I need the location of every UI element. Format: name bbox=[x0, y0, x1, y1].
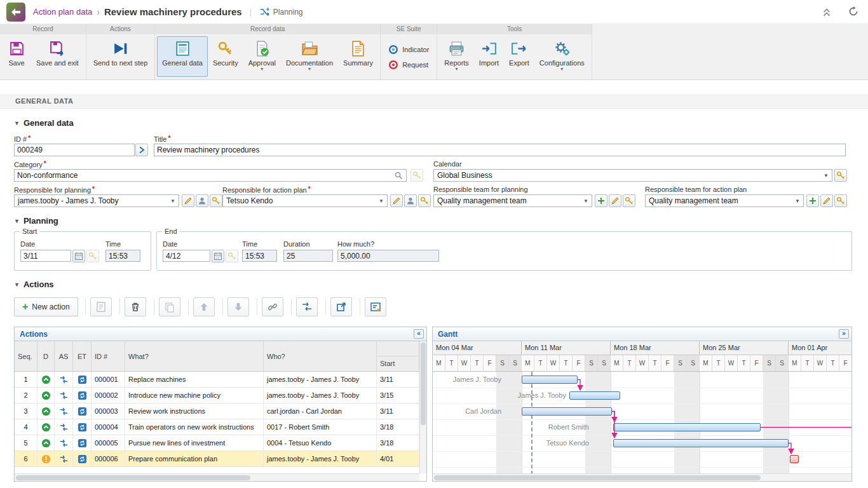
end-date-input[interactable] bbox=[163, 250, 210, 262]
action-structure-icon[interactable] bbox=[55, 403, 73, 419]
calendar-select[interactable]: Global Business▼ bbox=[433, 169, 832, 182]
ribbon-button-approval[interactable]: Approval ▾ bbox=[243, 36, 281, 77]
resp-planning-user-button[interactable] bbox=[196, 194, 208, 207]
calendar-security-button[interactable] bbox=[834, 169, 847, 182]
ribbon-button-summary[interactable]: Summary bbox=[338, 36, 378, 77]
gantt-bar-label: James J. Tooby bbox=[433, 376, 501, 384]
delete-button[interactable] bbox=[125, 297, 146, 316]
column-header-start[interactable]: Start bbox=[377, 341, 419, 371]
category-input[interactable] bbox=[14, 169, 407, 182]
column-header-id[interactable]: ID # bbox=[92, 341, 125, 371]
actions-vertical-scrollbar[interactable] bbox=[419, 341, 426, 473]
action-structure-icon[interactable] bbox=[55, 388, 73, 403]
resp-planning-edit-button[interactable] bbox=[182, 194, 194, 207]
gantt-options-button[interactable] bbox=[365, 297, 386, 316]
ribbon-button-documentation[interactable]: Documentation ▾ bbox=[281, 36, 338, 77]
gantt-bar[interactable] bbox=[522, 376, 578, 384]
resp-planning-select[interactable]: james.tooby - James J. Tooby▼ bbox=[14, 194, 179, 207]
title-input[interactable] bbox=[154, 144, 846, 156]
resp-action-plan-security-button[interactable] bbox=[418, 194, 431, 207]
resp-action-plan-select[interactable]: Tetsuo Kendo▼ bbox=[222, 194, 388, 207]
column-header-et[interactable]: ET bbox=[73, 341, 92, 371]
gantt-bar[interactable] bbox=[613, 423, 761, 431]
team-action-plan-add-button[interactable] bbox=[806, 194, 819, 207]
execution-type-icon[interactable] bbox=[73, 419, 92, 435]
associate-button[interactable] bbox=[262, 297, 283, 316]
action-row[interactable]: 1 000001 Replace machines james.tooby - … bbox=[15, 372, 419, 388]
reassign-button[interactable] bbox=[296, 297, 318, 316]
ribbon-button-save[interactable]: Save bbox=[2, 36, 31, 77]
team-action-plan-security-button[interactable] bbox=[834, 194, 847, 207]
collapse-actions-panel-button[interactable]: « bbox=[414, 329, 424, 339]
actions-horizontal-scrollbar[interactable] bbox=[15, 473, 419, 481]
column-header-d[interactable]: D bbox=[37, 341, 55, 371]
gantt-viewport: Mon 04 MarMon 11 MarMon 18 MarMon 25 Mar… bbox=[433, 341, 851, 475]
gantt-horizontal-scrollbar[interactable] bbox=[433, 473, 851, 481]
column-header-who[interactable]: Who? bbox=[264, 341, 377, 371]
team-action-plan-edit-button[interactable] bbox=[820, 194, 833, 207]
start-time-label: Time bbox=[105, 240, 121, 248]
execution-type-icon[interactable] bbox=[73, 435, 92, 451]
action-structure-icon[interactable] bbox=[55, 419, 73, 435]
refresh-button[interactable] bbox=[848, 6, 859, 17]
search-icon[interactable] bbox=[394, 171, 403, 180]
end-date-calendar-button[interactable] bbox=[212, 250, 224, 262]
status-on-schedule-icon bbox=[37, 419, 55, 435]
resp-action-plan-user-button[interactable] bbox=[404, 194, 417, 207]
execution-type-icon[interactable] bbox=[73, 388, 92, 403]
id-open-button[interactable] bbox=[135, 144, 148, 156]
action-row[interactable]: 2 000002 Introduce new machine policy ja… bbox=[15, 388, 419, 403]
ribbon-button-security[interactable]: Security bbox=[208, 36, 243, 77]
start-date-calendar-button[interactable] bbox=[72, 250, 85, 262]
ribbon-button-export[interactable]: Export bbox=[504, 36, 534, 77]
open-action-button[interactable] bbox=[330, 297, 352, 316]
ribbon-button-send-to-next-step[interactable]: Send to next step bbox=[88, 36, 153, 77]
expand-gantt-panel-button[interactable]: » bbox=[839, 329, 849, 339]
duration-input[interactable] bbox=[283, 250, 333, 262]
section-toggle-planning[interactable]: ▼Planning bbox=[14, 216, 58, 226]
team-planning-edit-button[interactable] bbox=[609, 194, 621, 207]
action-row[interactable]: 3 000003 Review work instructions carl.j… bbox=[15, 403, 419, 419]
execution-type-icon[interactable] bbox=[73, 451, 92, 466]
collapse-ribbon-button[interactable] bbox=[821, 6, 832, 17]
ribbon-button-save-and-exit[interactable]: Save and exit bbox=[31, 36, 84, 77]
column-header-what[interactable]: What? bbox=[125, 341, 264, 371]
start-date-input[interactable] bbox=[20, 250, 71, 262]
team-planning-select[interactable]: Quality management team▼ bbox=[433, 194, 592, 207]
start-time-input[interactable] bbox=[105, 250, 140, 262]
resp-planning-security-button[interactable] bbox=[210, 194, 222, 207]
ribbon-button-configurations[interactable]: Configurations ▾ bbox=[534, 36, 590, 77]
action-structure-icon[interactable] bbox=[55, 372, 73, 387]
team-planning-add-button[interactable] bbox=[595, 194, 607, 207]
action-row[interactable]: 6 000006 Prepare communication plan jame… bbox=[15, 451, 419, 467]
gantt-bar[interactable] bbox=[522, 407, 612, 416]
section-toggle-actions[interactable]: ▼Actions bbox=[14, 280, 54, 289]
configs-icon bbox=[553, 40, 571, 57]
ribbon-button-import[interactable]: Import bbox=[474, 36, 504, 77]
gantt-bar[interactable] bbox=[569, 391, 620, 400]
end-time-input[interactable] bbox=[242, 250, 277, 262]
resp-action-plan-edit-button[interactable] bbox=[390, 194, 403, 207]
how-much-input[interactable] bbox=[337, 250, 439, 262]
action-structure-icon[interactable] bbox=[55, 435, 73, 451]
ribbon-button-general-data[interactable]: General data bbox=[157, 36, 208, 77]
action-row[interactable]: 4 000004 Train operators on new work ins… bbox=[15, 419, 419, 435]
gantt-bar[interactable] bbox=[790, 455, 799, 463]
gantt-bar[interactable] bbox=[613, 439, 789, 447]
team-planning-security-button[interactable] bbox=[623, 194, 635, 207]
ribbon-button-request[interactable]: Request bbox=[384, 58, 433, 72]
execution-type-icon[interactable] bbox=[73, 372, 92, 387]
new-action-button[interactable]: + New action bbox=[14, 297, 78, 316]
end-legend: End bbox=[162, 227, 180, 235]
section-toggle-general-data[interactable]: ▼General data bbox=[14, 118, 74, 128]
column-header-seq[interactable]: Seq. bbox=[15, 341, 37, 371]
execution-type-icon[interactable] bbox=[73, 403, 92, 419]
ribbon-button-indicator[interactable]: Indicator bbox=[384, 43, 433, 57]
action-structure-icon[interactable] bbox=[55, 451, 73, 466]
team-action-plan-select[interactable]: Quality management team▼ bbox=[645, 194, 804, 207]
ribbon-button-reports[interactable]: Reports ▾ bbox=[439, 36, 474, 77]
action-row[interactable]: 5 000005 Pursue new lines of investment … bbox=[15, 435, 419, 451]
breadcrumb[interactable]: Action plan data bbox=[33, 7, 92, 17]
column-header-as[interactable]: AS bbox=[55, 341, 73, 371]
id-input[interactable] bbox=[14, 144, 135, 156]
